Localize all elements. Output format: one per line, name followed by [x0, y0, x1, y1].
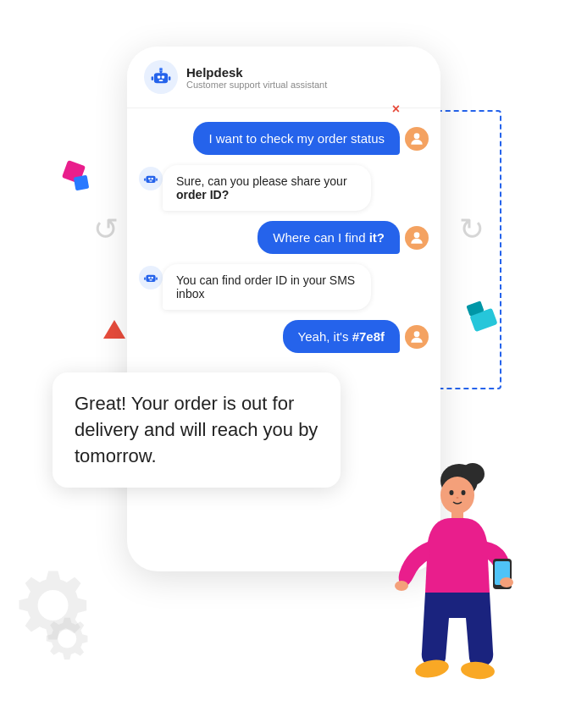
user-avatar-1 [405, 127, 429, 151]
robot-icon [150, 66, 172, 88]
user-bubble-1: I want to check my order status [193, 122, 400, 155]
svg-rect-0 [154, 73, 168, 83]
svg-rect-20 [149, 279, 152, 280]
bot-bubble-2-text: Sure, can you please share your order ID… [176, 174, 357, 201]
bot-bubble-4-text: You can find order ID in your SMS inbox [176, 273, 357, 301]
user-avatar-5 [405, 325, 429, 349]
svg-point-16 [414, 232, 420, 238]
svg-rect-22 [156, 277, 158, 279]
chat-header: Helpdesk Customer support virtual assist… [127, 47, 440, 108]
user-bubble-3-text: Where can I find it? [273, 230, 385, 245]
gear-icon-large [15, 567, 91, 643]
message-row-1: I want to check my order status [139, 122, 429, 155]
chat-header-subtitle: Customer support virtual assistant [186, 80, 327, 90]
svg-rect-3 [159, 80, 163, 81]
svg-rect-2 [162, 75, 164, 78]
svg-rect-18 [148, 277, 150, 279]
deco-triangle [103, 320, 125, 339]
bot-bubble-2: Sure, can you please share your order ID… [163, 165, 371, 211]
svg-point-23 [414, 331, 420, 337]
svg-point-6 [159, 68, 162, 70]
deco-pink-square [62, 160, 86, 184]
svg-point-34 [460, 660, 496, 680]
big-bubble-text: Great! Your order is out for delivery an… [75, 393, 318, 466]
svg-rect-13 [149, 180, 152, 181]
svg-rect-14 [144, 178, 146, 180]
deco-swirl-left: ↺ [93, 212, 119, 247]
message-row-4: You can find order ID in your SMS inbox [139, 264, 429, 310]
bot-avatar [144, 60, 178, 94]
svg-point-28 [462, 490, 466, 495]
svg-rect-21 [144, 277, 146, 279]
bot-bubble-4: You can find order ID in your SMS inbox [163, 264, 371, 310]
robot-icon-small-2 [143, 171, 158, 186]
svg-rect-11 [148, 178, 150, 179]
svg-rect-7 [152, 76, 153, 80]
deco-swirl-right: ↺ [459, 212, 485, 247]
svg-rect-10 [146, 176, 155, 183]
big-speech-bubble: Great! Your order is out for delivery an… [53, 372, 341, 488]
user-bubble-5-text: Yeah, it's #7e8f [298, 329, 385, 344]
bot-avatar-small-2 [139, 167, 163, 190]
svg-rect-8 [169, 76, 170, 80]
robot-icon-small-4 [143, 270, 158, 285]
svg-rect-17 [146, 275, 155, 282]
svg-point-36 [500, 577, 513, 587]
user-icon-5 [408, 328, 425, 345]
svg-point-27 [450, 490, 454, 495]
chat-header-text: Helpdesk Customer support virtual assist… [186, 65, 327, 90]
svg-rect-15 [156, 178, 158, 180]
bot-avatar-small-4 [139, 266, 163, 290]
deco-blue-square [74, 175, 90, 191]
svg-rect-19 [152, 277, 153, 279]
svg-point-9 [414, 133, 420, 139]
svg-rect-1 [158, 75, 160, 78]
svg-point-35 [395, 581, 408, 591]
user-icon-3 [408, 229, 425, 246]
message-row-5: Yeah, it's #7e8f [139, 320, 429, 353]
svg-point-29 [457, 497, 459, 499]
chat-header-title: Helpdesk [186, 65, 327, 80]
user-bubble-5: Yeah, it's #7e8f [283, 320, 400, 353]
user-bubble-3: Where can I find it? [258, 221, 400, 254]
message-row-2: Sure, can you please share your order ID… [139, 165, 429, 211]
svg-rect-12 [152, 178, 153, 179]
svg-point-26 [440, 477, 474, 514]
chat-messages: I want to check my order status [127, 108, 440, 367]
gear-icon-small [44, 615, 91, 662]
user-icon-1 [408, 130, 425, 147]
deco-teal-rect2 [466, 301, 484, 316]
user-avatar-3 [405, 226, 429, 250]
deco-teal-rect [469, 308, 497, 332]
user-bubble-1-text: I want to check my order status [208, 131, 385, 146]
woman-illustration [364, 449, 551, 703]
message-row-3: Where can I find it? [139, 221, 429, 254]
